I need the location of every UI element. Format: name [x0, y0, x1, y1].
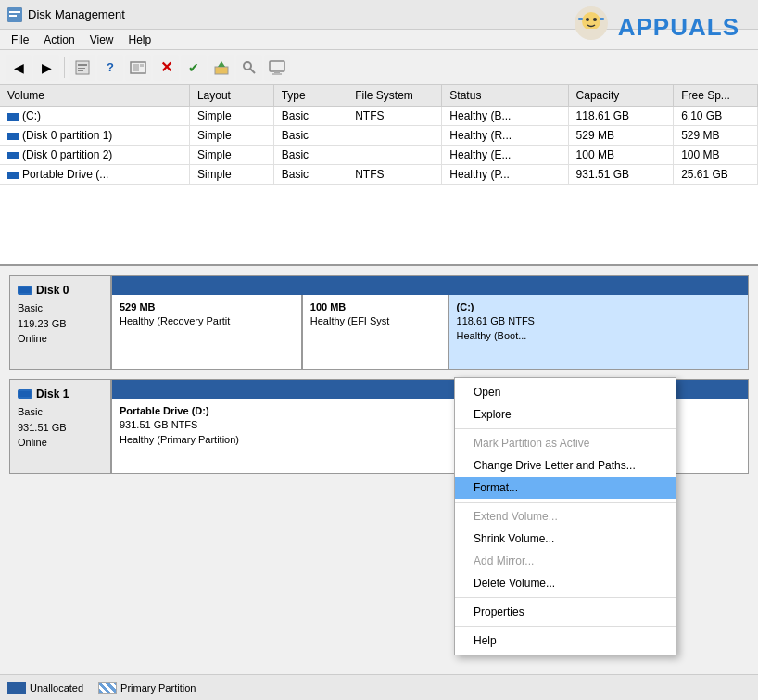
properties-icon — [74, 59, 91, 76]
window-title: Disk Management — [28, 7, 125, 21]
menu-file[interactable]: File — [4, 32, 36, 48]
menu-view[interactable]: View — [82, 32, 121, 48]
table-row[interactable]: (C:) Simple Basic NTFS Healthy (B... 118… — [0, 107, 758, 126]
table-row[interactable]: (Disk 0 partition 1) Simple Basic Health… — [0, 126, 758, 146]
ctx-change-drive[interactable]: Change Drive Letter and Paths... — [455, 454, 676, 477]
watermark: APPUALS — [569, 5, 739, 49]
segment-status: Healthy (Boot... — [457, 329, 740, 343]
legend-label-unallocated: Unallocated — [30, 682, 83, 694]
volumes-table: Volume Layout Type File System Status Ca… — [0, 85, 758, 185]
cell-status: Healthy (R... — [442, 126, 568, 146]
cell-freespace: 6.10 GB — [674, 107, 758, 126]
snap-icon — [130, 59, 146, 76]
cell-filesystem — [347, 146, 442, 165]
export-button[interactable] — [208, 55, 234, 81]
cell-status: Healthy (P... — [442, 165, 568, 185]
segment-size: 118.61 GB NTFS — [457, 314, 740, 328]
ctx-add-mirror: Add Mirror... — [455, 550, 676, 572]
cell-capacity: 100 MB — [568, 146, 674, 165]
disk-0-title: Disk 0 — [18, 284, 103, 297]
help-button[interactable]: ? — [97, 55, 123, 81]
back-button[interactable]: ◀ — [6, 55, 32, 81]
disk-0-partitions: 529 MB Healthy (Recovery Partit 100 MB H… — [112, 276, 748, 369]
col-filesystem: File System — [347, 85, 442, 107]
svg-rect-23 — [274, 71, 280, 73]
svg-line-21 — [250, 69, 255, 73]
cell-type: Basic — [273, 126, 347, 146]
ctx-format[interactable]: Format... — [455, 477, 676, 499]
snap-button[interactable] — [125, 55, 151, 81]
ctx-explore[interactable]: Explore — [455, 403, 676, 426]
svg-rect-17 — [140, 64, 144, 67]
cell-type: Basic — [273, 165, 347, 185]
cell-status: Healthy (E... — [442, 146, 568, 165]
disk-segment-c[interactable]: (C:) 118.61 GB NTFS Healthy (Boot... — [449, 295, 748, 369]
svg-rect-14 — [78, 70, 83, 71]
watermark-text: APPUALS — [618, 13, 739, 42]
legend-unallocated: Unallocated — [7, 682, 83, 694]
ctx-shrink[interactable]: Shrink Volume... — [455, 528, 676, 550]
monitor-button[interactable] — [264, 55, 290, 81]
disk-area: Disk 0 Basic 119.23 GB Online 529 MB Hea… — [0, 266, 758, 700]
forward-button[interactable]: ▶ — [33, 55, 59, 81]
volume-icon — [7, 172, 19, 179]
ctx-separator-2 — [455, 502, 676, 503]
menu-action[interactable]: Action — [36, 32, 82, 48]
ctx-mark-active: Mark Partition as Active — [455, 432, 676, 454]
legend-color-stripe — [98, 682, 117, 694]
ctx-help[interactable]: Help — [455, 630, 676, 652]
cell-status: Healthy (B... — [442, 107, 568, 126]
col-freespace: Free Sp... — [674, 85, 758, 107]
search-button[interactable] — [236, 55, 262, 81]
disk-segment[interactable]: 529 MB Healthy (Recovery Partit — [112, 295, 303, 369]
status-legend: Unallocated Primary Partition — [7, 682, 196, 694]
svg-rect-3 — [9, 19, 19, 19]
ctx-open[interactable]: Open — [455, 381, 676, 403]
disk-0-info: Disk 0 Basic 119.23 GB Online — [10, 276, 112, 369]
properties-button[interactable] — [69, 55, 95, 81]
svg-rect-13 — [78, 68, 85, 69]
disk-0-segments: 529 MB Healthy (Recovery Partit 100 MB H… — [112, 295, 748, 369]
check-button[interactable]: ✔ — [181, 55, 207, 81]
ctx-properties[interactable]: Properties — [455, 601, 676, 623]
segment-size: 529 MB — [120, 300, 294, 314]
svg-rect-10 — [600, 18, 604, 20]
segment-label: Healthy (EFI Syst — [310, 314, 440, 328]
cell-layout: Simple — [189, 146, 273, 165]
cell-capacity: 931.51 GB — [568, 165, 674, 185]
col-type: Type — [273, 85, 347, 107]
legend-color-blue — [7, 682, 26, 694]
disk-1-info: Disk 1 Basic 931.51 GB Online — [10, 380, 112, 473]
disk-segment[interactable]: 100 MB Healthy (EFI Syst — [303, 295, 449, 369]
legend-primary: Primary Partition — [98, 682, 196, 694]
volume-icon — [7, 133, 19, 140]
table-header-row: Volume Layout Type File System Status Ca… — [0, 85, 758, 107]
cell-filesystem: NTFS — [347, 107, 442, 126]
cell-freespace: 100 MB — [674, 146, 758, 165]
disk-0-header-bar — [112, 276, 748, 295]
col-capacity: Capacity — [568, 85, 674, 107]
volume-icon — [7, 113, 19, 121]
svg-rect-22 — [270, 61, 284, 71]
status-bar: Unallocated Primary Partition — [0, 674, 758, 700]
menu-help[interactable]: Help — [121, 32, 159, 48]
ctx-separator-1 — [455, 428, 676, 429]
svg-rect-25 — [18, 286, 32, 295]
ctx-delete[interactable]: Delete Volume... — [455, 572, 676, 594]
svg-rect-16 — [133, 64, 139, 71]
segment-label: Healthy (Recovery Partit — [120, 314, 294, 328]
svg-rect-18 — [215, 67, 228, 74]
cell-volume: Portable Drive (... — [0, 165, 189, 185]
svg-rect-9 — [578, 18, 583, 20]
ctx-extend: Extend Volume... — [455, 505, 676, 528]
cell-freespace: 25.61 GB — [674, 165, 758, 185]
disconnect-button[interactable]: ✕ — [153, 55, 179, 81]
export-icon — [213, 59, 230, 76]
svg-rect-12 — [78, 64, 87, 66]
cell-type: Basic — [273, 146, 347, 165]
table-row[interactable]: (Disk 0 partition 2) Simple Basic Health… — [0, 146, 758, 165]
cell-filesystem: NTFS — [347, 165, 442, 185]
app-icon — [7, 7, 22, 22]
table-row[interactable]: Portable Drive (... Simple Basic NTFS He… — [0, 165, 758, 185]
legend-label-primary: Primary Partition — [120, 682, 196, 694]
